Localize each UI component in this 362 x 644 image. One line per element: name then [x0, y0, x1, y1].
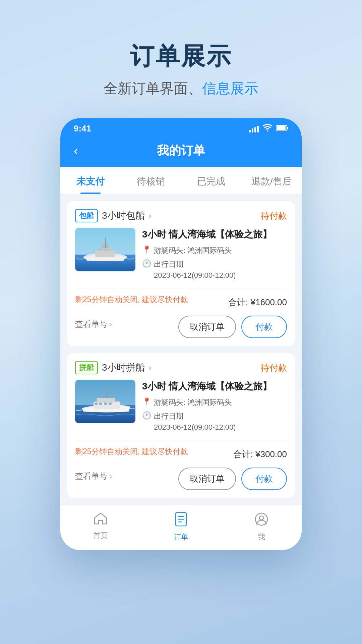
- svg-rect-18: [99, 402, 102, 405]
- svg-rect-9: [99, 249, 102, 251]
- order-details-2: 3小时 情人湾海域【体验之旅】 📍 游艇码头: 鸿洲国际码头 🕐 出行日期 20…: [142, 380, 287, 435]
- order-footer-1: 查看单号 › 取消订单 付款: [75, 310, 287, 338]
- location-icon-1: 📍: [142, 246, 151, 254]
- order-type-2: 3小时拼船: [102, 361, 145, 374]
- nav-orders[interactable]: 订单: [141, 505, 221, 550]
- order-date-row-2: 🕐 出行日期 2023-06-12(09:00-12:00): [142, 411, 287, 433]
- order-footer-2: 查看单号 › 取消订单 付款: [75, 462, 287, 490]
- home-icon: [93, 512, 108, 529]
- cancel-button-1[interactable]: 取消订单: [178, 316, 236, 338]
- profile-icon: [254, 512, 269, 530]
- location-icon-2: 📍: [142, 397, 151, 406]
- page-title: 订单展示: [104, 40, 258, 72]
- nav-home[interactable]: 首页: [60, 505, 141, 550]
- phone-mockup: 9:41 ‹ 我的订单: [60, 118, 302, 550]
- order-total-1: 合计: ¥1600.00: [228, 297, 287, 308]
- order-alert-2: 剩25分钟自动关闭, 建议尽快付款: [75, 446, 188, 457]
- order-image-2: [75, 380, 135, 423]
- order-tag-2: 拼船: [75, 361, 98, 374]
- pay-button-1[interactable]: 付款: [241, 316, 287, 338]
- view-link-text-1: 查看单号: [75, 319, 107, 330]
- view-arrow-1: ›: [109, 320, 112, 329]
- order-details-1: 3小时 情人湾海域【体验之旅】 📍 游艇码头: 鸿洲国际码头 🕐 出行日期 20…: [142, 228, 287, 283]
- order-date-2: 出行日期 2023-06-12(09:00-12:00): [154, 411, 236, 433]
- svg-rect-19: [104, 402, 107, 405]
- order-type-arrow-2: ›: [149, 363, 152, 372]
- order-alert-1: 剩25分钟自动关闭, 建议尽快付款: [75, 294, 188, 305]
- tab-completed[interactable]: 已完成: [181, 167, 241, 194]
- subtitle-plain: 全新订单界面、: [104, 80, 202, 96]
- order-status-2: 待付款: [261, 362, 287, 374]
- profile-label: 我: [258, 532, 265, 542]
- order-content-2: 3小时 情人湾海域【体验之旅】 📍 游艇码头: 鸿洲国际码头 🕐 出行日期 20…: [75, 380, 287, 435]
- status-time: 9:41: [74, 123, 91, 134]
- tab-refund[interactable]: 退款/售后: [241, 167, 302, 194]
- page-subtitle: 全新订单界面、信息展示: [104, 79, 258, 98]
- nav-profile[interactable]: 我: [221, 505, 302, 550]
- svg-rect-11: [107, 249, 110, 251]
- svg-point-22: [106, 387, 108, 389]
- svg-rect-15: [94, 401, 120, 409]
- svg-rect-6: [95, 251, 115, 257]
- nav-title: 我的订单: [94, 143, 268, 159]
- tab-unpaid[interactable]: 未支付: [60, 167, 121, 194]
- order-location-row-2: 📍 游艇码头: 鸿洲国际码头: [142, 397, 287, 408]
- svg-rect-17: [95, 402, 98, 405]
- svg-point-28: [259, 516, 263, 520]
- page-header: 订单展示 全新订单界面、信息展示: [104, 0, 258, 98]
- svg-rect-10: [103, 249, 106, 251]
- order-actions-2: 取消订单 付款: [178, 468, 287, 490]
- back-button[interactable]: ‹: [74, 143, 94, 158]
- order-actions-1: 取消订单 付款: [178, 316, 287, 338]
- orders-label: 订单: [174, 532, 188, 542]
- order-type-arrow-1: ›: [149, 211, 152, 220]
- svg-rect-1: [287, 127, 288, 129]
- view-order-link-1[interactable]: 查看单号 ›: [75, 319, 112, 330]
- pay-button-2[interactable]: 付款: [241, 468, 287, 490]
- order-alert-row-1: 剩25分钟自动关闭, 建议尽快付款 合计: ¥1600.00: [75, 294, 287, 310]
- order-location-row-1: 📍 游艇码头: 鸿洲国际码头: [142, 245, 287, 256]
- order-image-1: [75, 228, 135, 271]
- order-divider-1: [75, 289, 287, 289]
- bottom-nav: 首页 订单 我: [60, 505, 302, 550]
- nav-bar: ‹ 我的订单: [60, 137, 302, 167]
- subtitle-highlight: 信息展示: [202, 80, 258, 96]
- order-header-left-1: 包船 3小时包船 ›: [75, 209, 152, 222]
- tab-pending[interactable]: 待核销: [121, 167, 181, 194]
- order-header-left-2: 拼船 3小时拼船 ›: [75, 361, 152, 374]
- svg-rect-16: [97, 398, 115, 402]
- order-date-label-1: 出行日期 2023-06-12(09:00-12:00): [154, 259, 236, 281]
- order-alert-row-2: 剩25分钟自动关闭, 建议尽快付款 合计: ¥300.00: [75, 446, 287, 462]
- order-name-1: 3小时 情人湾海域【体验之旅】: [142, 228, 287, 241]
- order-content-1: 3小时 情人湾海域【体验之旅】 📍 游艇码头: 鸿洲国际码头 🕐 出行日期 20…: [75, 228, 287, 283]
- wifi-icon: [263, 123, 272, 134]
- clock-icon-1: 🕐: [142, 259, 151, 268]
- tab-bar: 未支付 待核销 已完成 退款/售后: [60, 167, 302, 194]
- order-location-2: 游艇码头: 鸿洲国际码头: [154, 397, 232, 408]
- clock-icon-2: 🕐: [142, 411, 151, 420]
- svg-rect-20: [109, 402, 112, 405]
- view-arrow-2: ›: [109, 472, 112, 481]
- battery-icon: [276, 123, 288, 134]
- status-bar: 9:41: [60, 118, 302, 137]
- order-total-2: 合计: ¥300.00: [233, 448, 287, 460]
- order-divider-2: [75, 441, 287, 441]
- order-type-1: 3小时包船: [102, 209, 145, 222]
- order-name-2: 3小时 情人湾海域【体验之旅】: [142, 380, 287, 393]
- signal-icon: [249, 125, 259, 132]
- order-header-2: 拼船 3小时拼船 › 待付款: [75, 361, 287, 374]
- svg-rect-2: [277, 126, 286, 130]
- order-card-2: 拼船 3小时拼船 › 待付款: [67, 353, 295, 498]
- orders-list: 包船 3小时包船 › 待付款: [60, 194, 302, 505]
- view-link-text-2: 查看单号: [75, 471, 107, 482]
- status-icons: [249, 123, 288, 134]
- order-status-1: 待付款: [261, 210, 287, 222]
- home-label: 首页: [93, 531, 108, 541]
- order-location-1: 游艇码头: 鸿洲国际码头: [154, 245, 232, 256]
- cancel-button-2[interactable]: 取消订单: [178, 468, 236, 490]
- order-card-1: 包船 3小时包船 › 待付款: [67, 201, 295, 346]
- view-order-link-2[interactable]: 查看单号 ›: [75, 471, 112, 482]
- orders-icon: [174, 512, 188, 530]
- order-date-row-1: 🕐 出行日期 2023-06-12(09:00-12:00): [142, 259, 287, 281]
- order-tag-1: 包船: [75, 209, 98, 222]
